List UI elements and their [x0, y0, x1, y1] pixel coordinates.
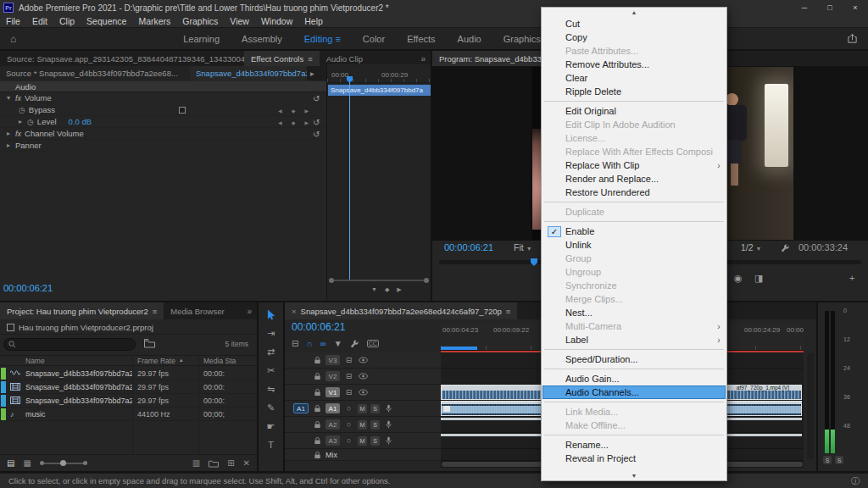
type-tool[interactable]: T — [264, 439, 278, 451]
context-menu-item-audio-channels[interactable]: Audio Channels... — [542, 385, 726, 399]
disclosure-icon[interactable]: ▾ — [7, 94, 15, 102]
home-icon[interactable]: ⌂ — [10, 33, 16, 45]
automate-to-sequence-icon[interactable]: ▥ — [192, 458, 200, 468]
tab-sequence[interactable]: × Snapsave_d4bb334f097bbd7a2ee68ed424c6a… — [285, 302, 517, 319]
effect-row-channel-volume[interactable]: ▸fx Channel Volume ↺ — [0, 128, 326, 140]
search-input[interactable] — [19, 341, 121, 349]
breadcrumb[interactable]: Hau truong phim Vietproducer2.prproj — [0, 321, 257, 335]
context-menu-item-reveal-in-project[interactable]: Reveal in Project — [542, 452, 726, 465]
new-search-bin-icon[interactable] — [144, 339, 155, 348]
column-frame-rate[interactable]: Frame Rate — [137, 357, 175, 365]
prev-keyframe-icon[interactable]: ◀ — [278, 119, 282, 125]
disclosure-icon[interactable]: ▸ — [7, 141, 15, 149]
play-audio-icon[interactable]: ▶ — [397, 286, 401, 293]
workspace-tab-assembly[interactable]: Assembly — [242, 34, 282, 44]
tab-media-browser[interactable]: Media Browser — [164, 302, 231, 319]
search-box[interactable] — [3, 338, 136, 351]
panel-overflow-icon[interactable]: » — [242, 302, 257, 319]
mini-ruler[interactable]: 00:00 00:00:29 — [327, 64, 431, 83]
pen-tool[interactable]: ✎ — [264, 402, 278, 413]
stopwatch-icon[interactable]: ◷ — [19, 106, 25, 114]
close-button[interactable]: × — [843, 0, 868, 15]
context-menu-item-ripple-delete[interactable]: Ripple Delete — [542, 85, 726, 98]
razor-tool[interactable]: ✂ — [264, 364, 278, 376]
new-bin-icon[interactable] — [209, 459, 219, 468]
hand-tool[interactable]: ☛ — [264, 420, 278, 432]
lock-icon[interactable] — [312, 372, 322, 380]
disclosure-icon[interactable]: ▸ — [7, 130, 15, 137]
menu-scroll-up-icon[interactable]: ▲ — [542, 8, 726, 17]
effect-row-panner[interactable]: ▸ Panner — [0, 140, 326, 152]
project-item-row[interactable]: Snapsave_d4bb334f097bbd7a2ee29.97 fps00:… — [0, 380, 257, 394]
reset-effect-icon[interactable]: ↺ — [313, 128, 320, 140]
eye-icon[interactable] — [358, 373, 369, 380]
workspace-tab-effects[interactable]: Effects — [407, 34, 435, 44]
linked-selection-icon[interactable]: ∞ — [320, 339, 326, 348]
settings-wrench-icon[interactable] — [781, 243, 790, 252]
label-color-chip[interactable] — [1, 408, 6, 420]
new-item-icon[interactable]: ⊞ — [227, 458, 234, 468]
info-icon[interactable]: ⓘ — [851, 475, 860, 487]
playback-resolution-dropdown[interactable]: 1/2▼ — [741, 242, 762, 252]
context-menu-item-clear[interactable]: Clear — [542, 71, 726, 85]
menu-clip[interactable]: Clip — [53, 16, 81, 26]
fit-dropdown[interactable]: Fit▼ — [514, 242, 532, 252]
context-menu-item-replace-with-clip[interactable]: Replace With Clip› — [542, 158, 726, 172]
icon-view-icon[interactable]: ▦ — [23, 458, 31, 468]
clip-tab-source[interactable]: Source * Snapsave_d4bb334f097bbd7a2ee68.… — [0, 66, 190, 80]
keyframe-nav[interactable]: ◀◆▶ — [278, 104, 309, 116]
program-timecode[interactable]: 00:00:06:21 — [444, 242, 493, 252]
context-menu-item-speed-duration[interactable]: Speed/Duration... — [542, 352, 726, 366]
context-menu-item-audio-gain[interactable]: Audio Gain... — [542, 372, 726, 385]
track-select-tool[interactable]: ⇥ — [264, 327, 278, 339]
track-badge-a3[interactable]: A3 — [326, 435, 340, 446]
workspace-tab-graphics[interactable]: Graphics — [504, 34, 541, 44]
automation-icon[interactable]: ○ — [343, 436, 354, 445]
track-badge-a1[interactable]: A1 — [326, 403, 340, 413]
chevron-right-icon[interactable]: ▸ — [307, 66, 318, 80]
nest-toggle-icon[interactable]: ⊟ — [292, 339, 298, 348]
context-menu-item-unlink[interactable]: Unlink — [542, 238, 726, 252]
workspace-tab-color[interactable]: Color — [363, 34, 385, 44]
project-item-row[interactable]: Snapsave_d4bb334f097bbd7a2ee29.97 fps00:… — [0, 394, 257, 408]
prev-keyframe-icon[interactable]: ◀ — [278, 108, 282, 114]
solo-button[interactable]: S — [370, 404, 380, 413]
mute-button[interactable]: M — [358, 420, 367, 430]
mic-icon[interactable] — [383, 420, 394, 429]
menu-scroll-down-icon[interactable]: ▼ — [542, 471, 726, 480]
param-row-level[interactable]: ▸ ◷ Level 0.0 dB ◀◆▶ ↺ — [0, 116, 326, 128]
menu-view[interactable]: View — [224, 16, 255, 26]
keyframe-icon[interactable]: ◆ — [385, 286, 389, 293]
context-menu-item-nest[interactable]: Nest... — [542, 306, 726, 319]
slip-tool[interactable]: ⇋ — [264, 383, 278, 395]
restore-button[interactable]: □ — [817, 0, 843, 15]
mute-button[interactable]: M — [358, 404, 367, 413]
label-color-chip[interactable] — [1, 381, 6, 393]
eye-icon[interactable] — [358, 389, 369, 396]
context-menu-item-label[interactable]: Label› — [542, 333, 726, 347]
mic-icon[interactable] — [383, 436, 394, 445]
zoom-slider[interactable] — [40, 460, 87, 467]
menu-markers[interactable]: Markers — [132, 16, 176, 26]
lock-icon[interactable] — [312, 451, 322, 459]
context-menu-item-enable[interactable]: ✓Enable — [542, 225, 726, 238]
add-marker-icon[interactable]: ▼ — [334, 339, 342, 348]
next-keyframe-icon[interactable]: ▶ — [304, 108, 309, 114]
automation-icon[interactable]: ○ — [343, 420, 354, 429]
menu-sequence[interactable]: Sequence — [81, 16, 132, 26]
add-keyframe-icon[interactable]: ◆ — [292, 108, 296, 114]
project-item-row[interactable]: Snapsave_d4bb334f097bbd7a2ee29.97 fps00:… — [0, 367, 257, 380]
ripple-edit-tool[interactable]: ⇄ — [264, 346, 278, 358]
export-share-icon[interactable] — [847, 33, 858, 44]
context-menu-item-restore-unrendered[interactable]: Restore Unrendered — [542, 186, 726, 199]
lock-icon[interactable] — [312, 388, 322, 396]
add-keyframe-icon[interactable]: ◆ — [292, 119, 296, 125]
audio-section-header[interactable]: Audio — [0, 81, 326, 92]
table-header[interactable]: Name Frame Rate ▴ Media Sta — [0, 355, 257, 366]
filter-properties-icon[interactable]: ▼ — [371, 286, 377, 293]
bypass-checkbox[interactable] — [179, 107, 186, 114]
automation-icon[interactable]: ○ — [343, 404, 354, 413]
reset-effect-icon[interactable]: ↺ — [313, 92, 320, 104]
panel-menu-icon[interactable]: ≡ — [153, 307, 158, 316]
delete-icon[interactable]: ✕ — [243, 458, 250, 468]
